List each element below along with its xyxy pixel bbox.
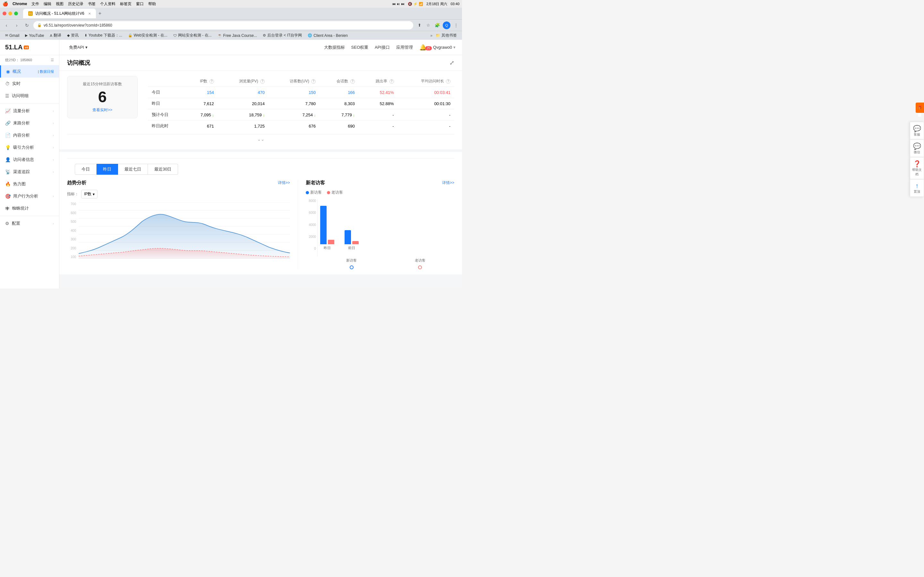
uv-yesterday: 7,780 [268,98,320,109]
metric-dropdown[interactable]: IP数 ▾ [81,190,97,198]
y-label-200: 200 [67,247,76,250]
bookmark-others[interactable]: 📁 其他书签 [433,32,459,39]
user-dropdown-icon[interactable]: ▾ [453,45,456,50]
bookmark-java[interactable]: ☕ Free Java Course... [215,32,260,39]
nav-seo[interactable]: SEO权重 [351,45,368,50]
avgtime-help-icon[interactable]: ? [446,79,451,84]
table-row: 昨日 7,612 20,014 7,780 8,303 52.88% 00:01… [148,98,454,109]
close-button[interactable] [3,11,6,15]
menu-edit[interactable]: 编辑 [44,1,51,7]
profile-icon[interactable]: Q [443,21,451,29]
visitors-detail-link[interactable]: 详情>> [442,180,454,185]
active-tab[interactable]: 51 访问概况 - 51.LA网站统计V6 ✕ [23,9,96,18]
bookmark-translate[interactable]: A 翻译 [47,32,64,39]
bar-group-yesterday: 昨日 [320,206,334,250]
dropdown-arrow-icon: ▾ [86,45,87,50]
apple-icon[interactable]: 🍎 [3,1,8,6]
bookmark-youtube[interactable]: ▶ YouTube [23,32,47,39]
uv-help-icon[interactable]: ? [311,79,316,84]
spider-label: 蜘蛛统计 [12,205,29,211]
menu-history[interactable]: 历史记录 [68,1,83,7]
nav-appmanage[interactable]: 应用管理 [396,45,413,50]
bookmark-it[interactable]: ⚙ 后台登录 < IT自学网 [260,32,304,39]
sidebar-item-traffic[interactable]: 📈 流量分析 › [0,105,59,117]
tab-7days[interactable]: 最近七日 [118,164,148,175]
menu-file[interactable]: 文件 [31,1,39,7]
menu-bookmarks[interactable]: 书签 [88,1,95,7]
collapse-button[interactable]: ⌄⌄ [67,134,454,144]
menu-tabs[interactable]: 标签页 [120,1,132,7]
source-label: 来路分析 [13,120,30,126]
sidebar-item-attract[interactable]: 💡 吸引力分析 › [0,141,59,153]
visitors-legend: 新访客 老访客 [306,190,454,195]
sidebar-item-visit-detail[interactable]: ☰ 访问明细 [0,90,59,102]
chevron-down-icon: ⌄⌄ [257,137,264,142]
sidebar-item-visitor[interactable]: 👤 访问者信息 › [0,153,59,166]
new-tab-button[interactable]: + [96,9,104,18]
sidebar-item-spider[interactable]: 🕷 蜘蛛统计 [0,202,59,214]
back-button[interactable]: ‹ [3,21,10,29]
menu-view[interactable]: 视图 [56,1,63,7]
bar-new-dby [344,230,351,244]
tab-close-icon[interactable]: ✕ [88,12,91,15]
sidebar-item-overview[interactable]: ◉ 概况 | 数据日报 [0,65,59,77]
realtime-link[interactable]: 查看实时>> [75,107,129,113]
free-api-button[interactable]: 免费API ▾ [66,43,91,52]
trend-chart-card: 趋势分析 详情>> 指标： IP数 ▾ 700 600 [67,180,290,269]
trend-chart-area: 700 600 500 400 300 200 100 [67,202,290,266]
menu-help[interactable]: 帮助 [148,1,156,7]
bookmark-websec[interactable]: 🔒 Web安全检测 - 在... [126,32,170,39]
refresh-button[interactable]: ↻ [23,21,31,29]
forward-button[interactable]: › [13,21,21,29]
bounce-help-icon[interactable]: ? [389,79,394,84]
config-label: 配置 [12,221,20,226]
bookmark-gmail[interactable]: ✉ Gmail [3,32,22,39]
menu-window[interactable]: 窗口 [136,1,144,7]
uv-today: 150 [268,87,320,98]
bookmark-client[interactable]: 🌐 Client Area - Benien [305,32,351,39]
media-controls[interactable]: ⏮ ⏯ ⏭ [392,2,405,6]
sidebar-item-content[interactable]: 📄 内容分析 › [0,129,59,141]
pv-help-icon[interactable]: ? [260,79,265,84]
bookmark-youtube-dl[interactable]: ⬇ Youtube 下载器：... [82,32,125,39]
y-label-700: 700 [67,202,76,206]
nav-api[interactable]: API接口 [375,45,390,50]
bookmark-news[interactable]: ◆ 资讯 [65,32,81,39]
period-predict: 预计今日 [148,109,185,121]
ip-help-icon[interactable]: ? [210,79,214,84]
share-button[interactable]: ⤢ [449,59,454,66]
stats-table: IP数 ? 浏览量(PV) ? 访客数(UV) ? [148,76,454,131]
menu-profile[interactable]: 个人资料 [100,1,115,7]
col-header-avgtime: 平均访问时长 ? [398,76,454,87]
tab-30days[interactable]: 最近30日 [148,164,178,175]
tab-yesterday[interactable]: 昨日 [97,164,118,175]
bookmark-icon[interactable]: ☆ [425,22,432,29]
sidebar-item-realtime[interactable]: ⏱ 实时 [0,77,59,90]
sidebar-item-config[interactable]: ⚙ 配置 › [0,218,59,229]
uv-trend-icon: ↓ [314,113,316,117]
share-icon[interactable]: ⬆ [416,22,423,29]
trend-detail-link[interactable]: 详情>> [278,180,290,185]
legend-new: 新访客 [306,190,322,195]
extension-icon[interactable]: 🧩 [434,22,441,29]
minimize-button[interactable] [8,11,12,15]
sidebar-item-channel[interactable]: 📡 渠道追踪 › [0,166,59,178]
maximize-button[interactable] [14,11,18,15]
more-icon[interactable]: ⋮ [452,22,459,29]
filter-icon[interactable]: ☰ [51,58,54,62]
content-scroll: 访问概况 ⤢ 最近15分钟活跃访客数 6 查看实时>> [59,55,462,288]
bookmark-sitesec[interactable]: 🛡 网站安全检测 - 在... [171,32,214,39]
sidebar-item-source[interactable]: 🔗 来路分析 › [0,117,59,129]
sidebar-item-behavior[interactable]: 🎯 用户行为分析 › [0,190,59,202]
content-icon: 📄 [5,133,11,138]
nav-bigdata[interactable]: 大数据指标 [324,45,345,50]
sidebar-item-heatmap[interactable]: 🔥 热力图 [0,178,59,190]
menu-chrome[interactable]: Chrome [13,2,27,6]
bookmarks-more-button[interactable]: » [430,33,433,38]
url-bar[interactable]: 🔒 v6.51.la/report/overview?comId=185860 [33,21,413,29]
tab-favicon: 51 [28,11,33,16]
tab-today[interactable]: 今日 [75,164,97,175]
user-area: 🔔 25 Qvgrawo0 ▾ [419,44,456,51]
session-help-icon[interactable]: ? [351,79,355,84]
lock-icon: 🔒 [37,23,42,27]
